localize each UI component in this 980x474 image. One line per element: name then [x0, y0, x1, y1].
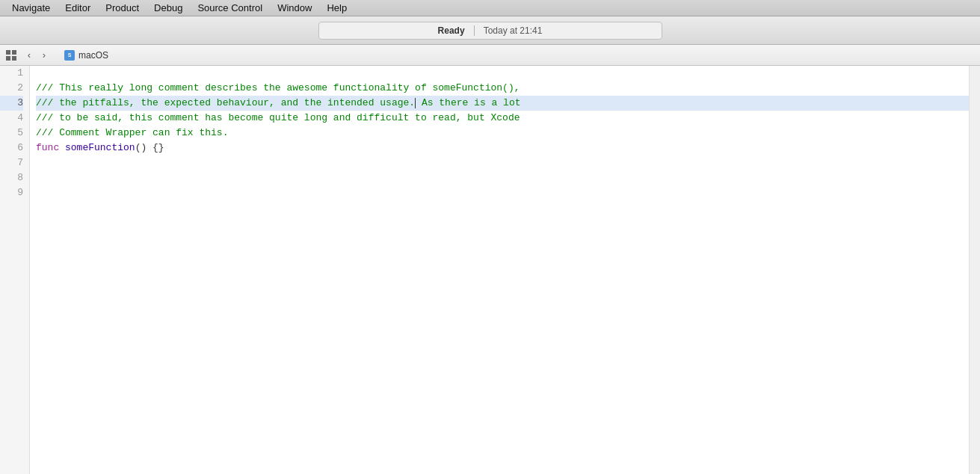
line-number-4: 4	[0, 111, 23, 126]
status-ready-label: Ready	[438, 25, 465, 36]
file-tab[interactable]: S macOS	[57, 49, 116, 62]
status-time-label: Today at 21:41	[484, 25, 543, 36]
code-line-2: /// This really long comment describes t…	[36, 81, 969, 96]
line-number-2: 2	[0, 81, 23, 96]
forward-button[interactable]: ›	[37, 49, 51, 62]
code-area[interactable]: /// This really long comment describes t…	[30, 66, 969, 474]
code-line-9	[36, 185, 969, 200]
menu-bar: NavigateEditorProductDebugSource Control…	[0, 0, 980, 16]
menu-item-editor[interactable]: Editor	[59, 1, 96, 15]
svg-rect-0	[6, 50, 10, 55]
line-number-8: 8	[0, 170, 23, 185]
code-line-7	[36, 156, 969, 170]
menu-item-navigate[interactable]: Navigate	[6, 1, 56, 15]
file-tab-label: macOS	[78, 50, 108, 61]
code-line-8	[36, 170, 969, 185]
code-line-4: /// to be said, this comment has become …	[36, 111, 969, 126]
line-number-3: 3	[0, 96, 23, 111]
status-divider	[474, 25, 475, 36]
svg-rect-1	[12, 50, 16, 55]
code-line-1	[36, 66, 969, 81]
menu-item-product[interactable]: Product	[99, 1, 145, 15]
line-numbers: 123456789	[0, 66, 30, 474]
code-line-3: /// the pitfalls, the expected behaviour…	[36, 96, 969, 111]
file-icon: S	[64, 50, 75, 61]
code-line-6: func someFunction() {}	[36, 141, 969, 156]
svg-rect-3	[12, 56, 16, 61]
menu-item-source-control[interactable]: Source Control	[191, 1, 268, 15]
line-number-6: 6	[0, 141, 23, 156]
menu-item-help[interactable]: Help	[321, 1, 353, 15]
line-number-7: 7	[0, 156, 23, 170]
code-line-5: /// Comment Wrapper can fix this.	[36, 126, 969, 141]
editor-container: 123456789 /// This really long comment d…	[0, 66, 980, 474]
back-button[interactable]: ‹	[22, 49, 36, 62]
grid-icon[interactable]	[4, 49, 18, 62]
svg-rect-2	[6, 56, 10, 61]
menu-item-window[interactable]: Window	[271, 1, 318, 15]
toolbar: Ready Today at 21:41	[0, 16, 980, 45]
line-number-1: 1	[0, 66, 23, 81]
nav-buttons: ‹ ›	[22, 49, 51, 62]
menu-item-debug[interactable]: Debug	[148, 1, 188, 15]
status-bar: Ready Today at 21:41	[318, 22, 662, 40]
scrollbar-area[interactable]	[969, 66, 980, 474]
line-number-5: 5	[0, 126, 23, 141]
tab-bar: ‹ › S macOS	[0, 45, 980, 66]
line-number-9: 9	[0, 185, 23, 200]
